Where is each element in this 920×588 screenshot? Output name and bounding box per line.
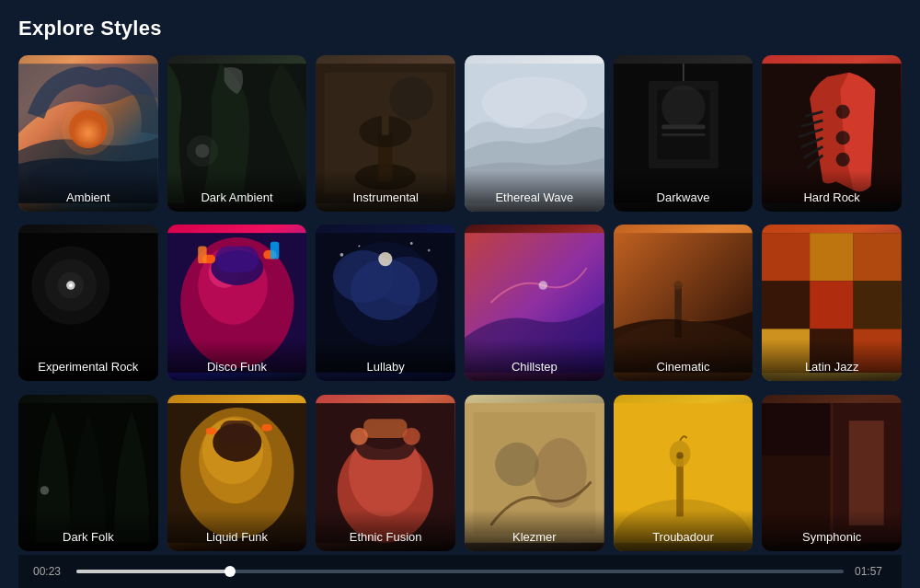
svg-point-55	[379, 252, 393, 266]
svg-rect-45	[215, 247, 259, 272]
card-label-latin-jazz: Latin Jazz	[762, 340, 902, 381]
svg-point-24	[836, 105, 850, 119]
svg-rect-13	[382, 116, 389, 135]
svg-point-61	[539, 282, 547, 290]
svg-point-25	[836, 131, 850, 144]
card-dark-ambient[interactable]: Dark Ambient	[167, 55, 307, 212]
card-label-lullaby: Lullaby	[316, 340, 455, 381]
styles-grid: Ambient Dark Ambient Instrumental Ethere…	[18, 55, 902, 555]
card-ethnic-fusion[interactable]: Ethnic Fusion	[316, 395, 455, 551]
card-label-cinematic: Cinematic	[614, 340, 753, 381]
svg-rect-85	[205, 427, 215, 434]
svg-point-9	[390, 76, 433, 120]
card-label-ethereal-wave: Ethereal Wave	[465, 170, 604, 212]
card-label-hard-rock: Hard Rock	[762, 170, 902, 212]
card-label-dark-ambient: Dark Ambient	[167, 170, 307, 212]
svg-rect-70	[762, 282, 810, 329]
card-label-disco-funk: Disco Funk	[167, 340, 307, 381]
svg-rect-84	[220, 421, 255, 445]
svg-point-3	[62, 103, 114, 156]
card-label-klezmer: Klezmer	[465, 510, 604, 551]
svg-point-97	[495, 442, 538, 485]
card-klezmer[interactable]: Klezmer	[465, 395, 604, 551]
card-symphonic[interactable]: Symphonic	[762, 395, 902, 551]
card-label-liquid-funk: Liquid Funk	[167, 510, 307, 551]
card-cinematic[interactable]: Cinematic	[614, 225, 753, 381]
card-experimental-rock[interactable]: Experimental Rock	[18, 225, 158, 381]
svg-point-15	[482, 76, 587, 129]
progress-bar-container: 00:23 01:57	[18, 555, 902, 588]
progress-track[interactable]	[76, 570, 844, 573]
progress-fill	[76, 570, 230, 573]
svg-rect-92	[363, 419, 407, 438]
svg-point-26	[836, 153, 850, 167]
card-liquid-funk[interactable]: Liquid Funk	[167, 395, 307, 551]
card-troubadour[interactable]: Troubadour	[614, 395, 753, 551]
svg-rect-48	[198, 247, 206, 264]
svg-point-98	[535, 438, 587, 508]
svg-point-57	[428, 249, 431, 252]
svg-point-59	[410, 242, 413, 245]
svg-point-58	[359, 246, 361, 248]
svg-point-38	[69, 283, 73, 287]
svg-point-54	[351, 259, 420, 320]
card-hard-rock[interactable]: Hard Rock	[762, 55, 902, 212]
card-label-troubadour: Troubadour	[614, 510, 753, 551]
page-title: Explore Styles	[18, 17, 902, 40]
svg-rect-49	[270, 242, 279, 259]
card-label-symphonic: Symphonic	[762, 510, 902, 551]
card-label-instrumental: Instrumental	[316, 170, 455, 212]
svg-point-104	[676, 452, 684, 459]
card-disco-funk[interactable]: Disco Funk	[167, 225, 307, 381]
time-total: 01:57	[855, 565, 887, 578]
svg-point-6	[195, 144, 209, 157]
svg-point-56	[340, 253, 344, 257]
card-ethereal-wave[interactable]: Ethereal Wave	[465, 55, 604, 212]
card-darkwave[interactable]: Darkwave	[614, 55, 753, 212]
card-label-chillstep: Chillstep	[465, 340, 604, 381]
card-label-darkwave: Darkwave	[614, 170, 753, 212]
card-label-dark-folk: Dark Folk	[18, 510, 158, 551]
card-lullaby[interactable]: Lullaby	[316, 225, 455, 381]
card-label-ethnic-fusion: Ethnic Fusion	[316, 510, 455, 551]
svg-rect-68	[810, 233, 853, 281]
card-chillstep[interactable]: Chillstep	[465, 225, 604, 381]
progress-thumb[interactable]	[224, 566, 236, 577]
card-dark-folk[interactable]: Dark Folk	[18, 395, 158, 551]
svg-rect-69	[854, 233, 902, 281]
svg-rect-86	[261, 424, 271, 432]
time-current: 00:23	[33, 565, 65, 578]
card-label-experimental-rock: Experimental Rock	[18, 340, 158, 381]
card-ambient[interactable]: Ambient	[18, 55, 158, 212]
svg-rect-72	[854, 282, 902, 329]
card-instrumental[interactable]: Instrumental	[316, 55, 455, 212]
page-wrapper: Explore Styles Ambient Dark Ambient	[0, 0, 920, 588]
svg-rect-71	[810, 282, 853, 329]
svg-rect-67	[762, 233, 810, 281]
svg-point-65	[673, 282, 682, 290]
svg-point-78	[40, 486, 49, 494]
svg-rect-21	[661, 125, 705, 130]
svg-point-93	[351, 427, 368, 444]
card-latin-jazz[interactable]: Latin Jazz	[762, 225, 902, 381]
svg-point-19	[661, 86, 705, 129]
svg-point-94	[403, 427, 420, 444]
svg-rect-22	[661, 133, 705, 136]
card-label-ambient: Ambient	[18, 170, 158, 212]
